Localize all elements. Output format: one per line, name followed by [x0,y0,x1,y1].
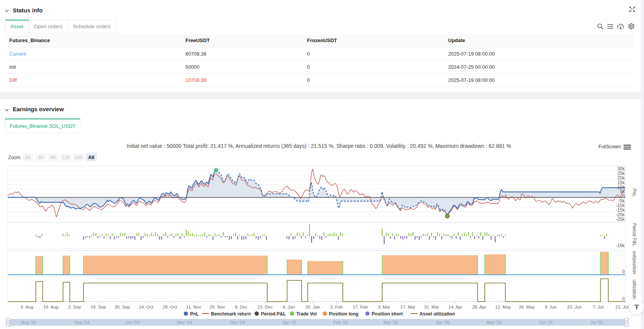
svg-text:Jul '25: Jul '25 [590,320,603,325]
svg-text:28. Oct: 28. Oct [163,305,177,309]
svg-text:-16k: -16k [616,243,625,248]
svg-text:Jun '25: Jun '25 [539,320,553,325]
svg-text:17. Feb: 17. Feb [353,305,368,309]
svg-text:16. Sep: 16. Sep [91,305,106,309]
svg-text:Aug '24: Aug '24 [21,320,36,325]
svg-text:Nov '24: Nov '24 [177,320,192,325]
svg-text:Period P&L: Period P&L [632,223,637,247]
svg-text:PnL: PnL [190,311,199,317]
svg-text:14. Oct: 14. Oct [139,305,153,309]
svg-text:0: 0 [622,269,625,275]
svg-text:3. Mar: 3. Mar [378,305,391,309]
svg-text:7. Jul: 7. Jul [593,305,604,309]
svg-text:28. Apr: 28. Apr [472,305,486,309]
svg-text:12. May: 12. May [495,305,511,309]
svg-text:PnL: PnL [632,188,637,197]
svg-text:Position short: Position short [372,311,403,317]
svg-text:25. Nov: 25. Nov [210,305,225,309]
svg-text:Asset utilization: Asset utilization [420,311,455,317]
svg-text:11. Nov: 11. Nov [186,305,201,309]
svg-text:-25k: -25k [616,217,625,222]
svg-text:31. Mar: 31. Mar [424,305,439,309]
svg-text:utilization: utilization [632,280,637,299]
svg-text:Mar '25: Mar '25 [383,320,398,325]
svg-text:21. Jul: 21. Jul [615,305,629,309]
svg-text:0: 0 [622,296,625,302]
svg-text:9. Dec: 9. Dec [235,305,248,309]
svg-text:9. Jun: 9. Jun [545,305,556,309]
svg-text:23. Jun: 23. Jun [567,305,582,309]
svg-text:14. Apr: 14. Apr [448,305,463,309]
svg-text:Dec '24: Dec '24 [230,320,245,325]
svg-text:Feb '25: Feb '25 [333,320,348,325]
svg-text:23. Dec: 23. Dec [257,305,273,309]
svg-text:17. Mar: 17. Mar [400,305,415,309]
svg-text:6. Jan: 6. Jan [283,305,295,309]
svg-text:2. Sep: 2. Sep [68,305,81,309]
svg-text:26. May: 26. May [519,305,535,309]
svg-text:Apr '25: Apr '25 [436,320,450,325]
svg-text:Jan '25: Jan '25 [282,320,297,325]
svg-text:3. Feb: 3. Feb [330,305,343,309]
svg-text:May '25: May '25 [486,320,502,325]
svg-text:Period P&L: Period P&L [261,311,286,317]
svg-text:19. Aug: 19. Aug [43,305,58,309]
svg-text:Oct '24: Oct '24 [125,320,140,325]
svg-text:Sep '24: Sep '24 [74,320,89,325]
svg-text:20. Jan: 20. Jan [305,305,320,309]
svg-text:Trade Vol: Trade Vol [296,311,317,317]
svg-text:5. Aug: 5. Aug [21,305,34,309]
svg-text:30. Sep: 30. Sep [115,305,130,309]
svg-text:Position long: Position long [329,311,358,317]
svg-text:Benchmark return: Benchmark return [211,311,251,317]
svg-text:vol/position: vol/position [632,251,637,274]
